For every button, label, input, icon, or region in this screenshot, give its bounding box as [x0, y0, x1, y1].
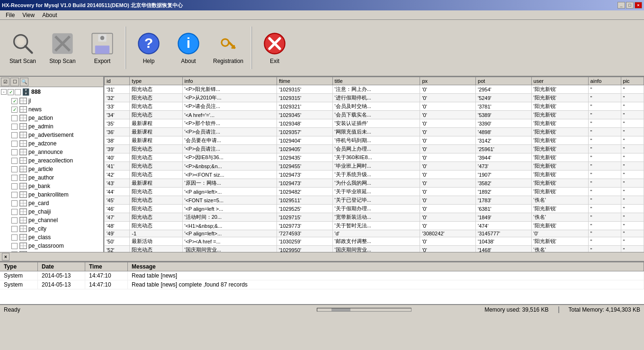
tree-item-checkbox[interactable]: [11, 243, 18, 249]
table-row[interactable]: '48'阳光动态'<H1>&nbsp;&...'1029773''关于暂时无法.…: [105, 222, 644, 230]
tree-item[interactable]: pe_city: [0, 224, 103, 233]
tree-item-checkbox[interactable]: [11, 217, 18, 224]
grid-col-header: ainfo: [588, 77, 621, 85]
root-checkbox[interactable]: [8, 89, 14, 95]
registration-button[interactable]: Registration: [209, 22, 247, 73]
tree-item-checkbox[interactable]: [11, 141, 18, 147]
tree-item-checkbox[interactable]: [11, 226, 18, 232]
table-cell: '0': [420, 237, 476, 246]
tree-item-checkbox[interactable]: [11, 209, 18, 215]
tree-item[interactable]: pe_article: [0, 165, 103, 173]
tree-item[interactable]: pe_class: [0, 233, 103, 242]
tree-item[interactable]: pe_advertisement: [0, 131, 103, 139]
tree-item[interactable]: pe_classroom: [0, 242, 103, 250]
tree-item[interactable]: pe_author: [0, 173, 103, 182]
tree-item[interactable]: pe_areacollection: [0, 156, 103, 165]
tree-item-checkbox[interactable]: [11, 192, 18, 198]
tree-item[interactable]: pe_chaiji: [0, 207, 103, 216]
table-row[interactable]: '32'阳光动态'<P>从2010年...'1029315''进行假期停机...…: [105, 94, 644, 102]
tree-item[interactable]: pe_channel: [0, 216, 103, 224]
about-button[interactable]: i About: [170, 22, 207, 73]
tree-item-checkbox[interactable]: [11, 158, 18, 164]
tree-body[interactable]: - 🗄️ 888 jlnewspe_actionpe_adminpe_adver…: [0, 87, 103, 252]
table-cell: ": [588, 188, 621, 196]
expand-root-button[interactable]: -: [1, 89, 7, 95]
tree-item-checkbox[interactable]: [11, 124, 18, 130]
help-button[interactable]: ? Help: [130, 22, 168, 73]
table-row[interactable]: '41'阳光动态'<P>&nbsp;&n...'1029455''毕业班上网时.…: [105, 162, 644, 171]
table-cell: 阳光动态: [130, 153, 182, 162]
menu-view[interactable]: View: [18, 11, 38, 19]
table-icon: [19, 234, 27, 241]
table-row[interactable]: '47'阳光动态'活动时间：20...'1029715''宽带新装活动...'0…: [105, 213, 644, 222]
tree-item-checkbox[interactable]: [11, 98, 18, 104]
table-icon: [19, 166, 27, 172]
table-cell: 阳光动态: [130, 222, 182, 230]
table-cell: '0': [420, 153, 476, 162]
tree-item[interactable]: jl: [0, 97, 103, 105]
table-row[interactable]: '39'阳光动态'<P>会员请注...'1029405''会员网上办理...'0…: [105, 145, 644, 153]
table-cell: ": [588, 237, 621, 246]
tree-item[interactable]: pe_action: [0, 114, 103, 122]
tree-root-node[interactable]: - 🗄️ 888: [0, 87, 103, 97]
table-cell: '阳光新锐': [531, 102, 588, 111]
tree-item[interactable]: news: [0, 105, 103, 114]
start-scan-button[interactable]: Start Scan: [4, 22, 42, 73]
table-row[interactable]: '50'最新活动'<P><A href =...'1030259''邮政支付调整…: [105, 237, 644, 246]
tree-item-checkbox[interactable]: [11, 166, 18, 172]
export-button[interactable]: Export: [83, 22, 121, 73]
table-row[interactable]: '36'最新课程'<P>会员请注...'1029357''网限充值后未...'0…: [105, 128, 644, 136]
table-row[interactable]: '31'阳光动态'<P>阳光新铎...'1029315''注意：网上办...'0…: [105, 85, 644, 94]
tree-item-checkbox[interactable]: [11, 149, 18, 155]
table-row[interactable]: '49'-1'<P align=left>...'7274593''d''308…: [105, 230, 644, 237]
tree-item-checkbox[interactable]: [11, 234, 18, 241]
tree-item-checkbox[interactable]: [11, 115, 18, 121]
tree-item[interactable]: pe_card: [0, 199, 103, 207]
table-row[interactable]: '40'阳光动态'<P>因IE8与36...'1029435''关于360和IE…: [105, 153, 644, 162]
menu-file[interactable]: File: [2, 11, 18, 19]
tree-search-button[interactable]: 🔍: [20, 78, 28, 86]
tree-item-checkbox[interactable]: [11, 251, 18, 252]
tree-item-checkbox[interactable]: [11, 132, 18, 138]
table-row[interactable]: '52'阳光动态'国庆期间营业...'1029950''国庆期间营业...'0'…: [105, 246, 644, 252]
log-row: System2014-05-1314:47:10Read table [news…: [0, 280, 644, 289]
table-cell: 阳光动态: [130, 85, 182, 94]
tree-item[interactable]: pe_bank: [0, 182, 103, 190]
table-row[interactable]: '35'最新课程'<P>那个软件...'1029348''安装认证插件''0''…: [105, 119, 644, 128]
maximize-button[interactable]: □: [626, 2, 634, 9]
root-checkbox2[interactable]: [15, 89, 21, 95]
tree-item-checkbox[interactable]: [11, 183, 18, 189]
stop-scan-button[interactable]: Stop Scan: [44, 22, 81, 73]
table-row[interactable]: '34'阳光动态'<A href='='...'1029345''会员下载实名.…: [105, 111, 644, 119]
tree-item-checkbox[interactable]: [11, 200, 18, 206]
tree-item[interactable]: pe_admin: [0, 122, 103, 131]
log-col-type: Type: [0, 262, 38, 271]
close-button[interactable]: ×: [635, 2, 642, 9]
table-row[interactable]: '38'最新课程'会员要在申请...'1029404''停机号码到期...'0'…: [105, 136, 644, 145]
tree-item-checkbox[interactable]: [11, 107, 18, 113]
minimize-button[interactable]: _: [617, 2, 625, 9]
table-row[interactable]: '42'阳光动态'<P><FONT siz...'1029473''关于系统升级…: [105, 171, 644, 179]
table-cell: ": [621, 85, 644, 94]
table-row[interactable]: '33'阳光动态'<P>请会员注...'1029321''会员及时交纳...'0…: [105, 102, 644, 111]
table-cell: '<P align=left>...: [182, 230, 277, 237]
table-cell: '7274593': [277, 230, 333, 237]
table-row[interactable]: '45'阳光动态'<FONT size=5...'1029511''关于已登记毕…: [105, 196, 644, 205]
table-cell: 最新课程: [130, 179, 182, 188]
tree-item[interactable]: pe_client: [0, 250, 103, 252]
tree-item[interactable]: pe_bankrollitem: [0, 190, 103, 199]
close-panel-button[interactable]: ×: [2, 253, 9, 260]
tree-item[interactable]: pe_announce: [0, 148, 103, 156]
table-row[interactable]: '44'阳光动态'<P align=left>...'1029482''关于毕业…: [105, 188, 644, 196]
tree-item[interactable]: pe_adzone: [0, 139, 103, 148]
menu-about[interactable]: About: [38, 11, 61, 19]
grid-container[interactable]: idtypeinfoftimetitlepxpotuserainfopic '3…: [104, 77, 644, 252]
table-row[interactable]: '46'阳光动态'<P align=left >...'1029525''关于假…: [105, 205, 644, 213]
tree-clear-button[interactable]: ☐: [10, 78, 19, 86]
table-cell: 阳光动态: [130, 188, 182, 196]
exit-button[interactable]: Exit: [256, 22, 294, 73]
log-panel[interactable]: Type Date Time Message System2014-05-131…: [0, 261, 644, 304]
table-row[interactable]: '43'最新课程'原因一：网络...'1029473''为什么我的网...'0'…: [105, 179, 644, 188]
tree-item-checkbox[interactable]: [11, 175, 18, 181]
tree-select-all-button[interactable]: ☑: [1, 78, 9, 86]
